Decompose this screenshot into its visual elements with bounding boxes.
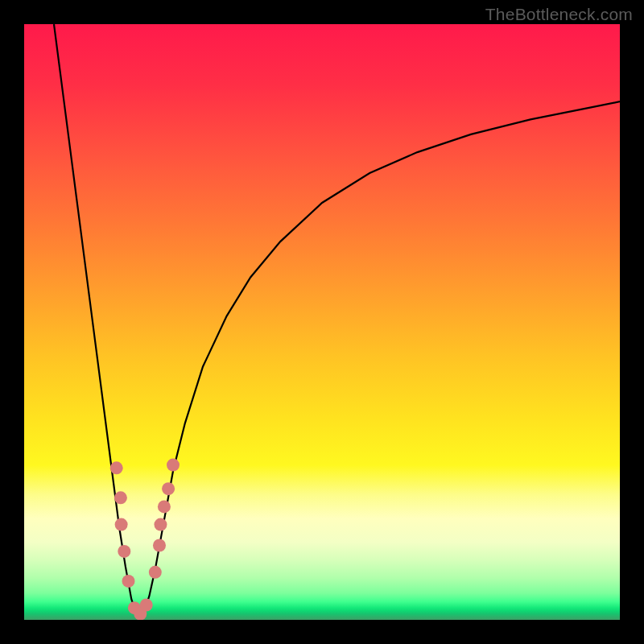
data-marker: [162, 482, 175, 495]
marker-group: [110, 459, 180, 620]
watermark-text: TheBottleneck.com: [485, 5, 633, 24]
data-marker: [115, 518, 128, 531]
data-marker: [140, 599, 153, 612]
data-marker: [167, 459, 180, 472]
data-marker: [149, 566, 162, 579]
marker-layer: [24, 24, 620, 620]
data-marker: [114, 491, 127, 504]
data-marker: [122, 575, 135, 588]
chart-stage: TheBottleneck.com: [0, 0, 644, 644]
data-marker: [118, 545, 130, 558]
data-marker: [158, 500, 171, 513]
plot-area: [24, 24, 620, 620]
data-marker: [110, 461, 123, 474]
data-marker: [154, 518, 167, 531]
data-marker: [153, 539, 166, 552]
